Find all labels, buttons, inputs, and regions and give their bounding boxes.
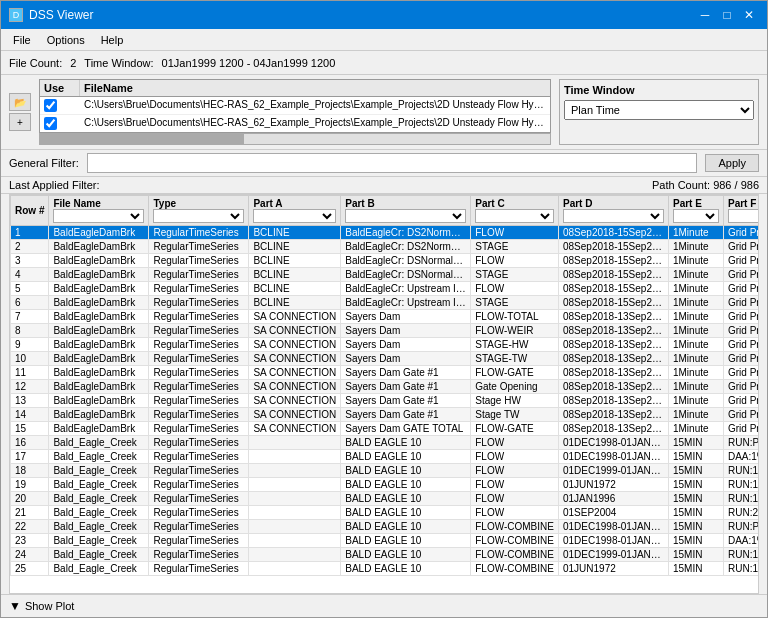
title-bar: D DSS Viewer ─ □ ✕	[1, 1, 767, 29]
table-row[interactable]: 18Bald_Eagle_CreekRegularTimeSeriesBALD …	[11, 464, 760, 478]
general-filter-label: General Filter:	[9, 157, 79, 169]
app-icon: D	[9, 8, 23, 22]
col-use: Use	[40, 80, 80, 96]
open-file-icon[interactable]: 📂	[9, 93, 31, 111]
th-partb: Part B	[341, 196, 471, 226]
menu-options[interactable]: Options	[39, 32, 93, 48]
window-controls: ─ □ ✕	[695, 5, 759, 25]
time-window-select[interactable]: Plan Time	[564, 100, 754, 120]
data-table-container[interactable]: Row # File Name Type Part A Part B Part …	[9, 194, 759, 594]
table-row[interactable]: 1BaldEagleDamBrkRegularTimeSeriesBCLINEB…	[11, 226, 760, 240]
apply-button[interactable]: Apply	[705, 154, 759, 172]
menu-help[interactable]: Help	[93, 32, 132, 48]
toolbar: File Count: 2 Time Window: 01Jan1999 120…	[1, 51, 767, 75]
data-table: Row # File Name Type Part A Part B Part …	[10, 195, 759, 576]
time-window-label: Time Window:	[84, 57, 153, 69]
filter-bar: General Filter: Apply	[1, 150, 767, 177]
file-name-2: C:\Users\Brue\Documents\HEC-RAS_62_Examp…	[80, 115, 550, 132]
file-row-2: C:\Users\Brue\Documents\HEC-RAS_62_Examp…	[40, 115, 550, 132]
table-row[interactable]: 24Bald_Eagle_CreekRegularTimeSeriesBALD …	[11, 548, 760, 562]
table-row[interactable]: 25Bald_Eagle_CreekRegularTimeSeriesBALD …	[11, 562, 760, 576]
file-use-cell-1	[40, 97, 80, 114]
table-body: 1BaldEagleDamBrkRegularTimeSeriesBCLINEB…	[11, 226, 760, 576]
file-use-checkbox-1[interactable]	[44, 99, 57, 112]
file-icon-col: 📂 +	[9, 79, 31, 145]
show-plot-label: Show Plot	[25, 600, 75, 612]
th-partf-filter[interactable]	[728, 209, 759, 223]
col-filename: FileName	[80, 80, 550, 96]
th-parte-filter[interactable]	[673, 209, 719, 223]
th-partc: Part C	[471, 196, 559, 226]
path-count-label-text: Path Count:	[652, 179, 710, 191]
minimize-button[interactable]: ─	[695, 5, 715, 25]
table-row[interactable]: 12BaldEagleDamBrkRegularTimeSeriesSA CON…	[11, 380, 760, 394]
th-partd-filter[interactable]	[563, 209, 664, 223]
table-row[interactable]: 14BaldEagleDamBrkRegularTimeSeriesSA CON…	[11, 408, 760, 422]
table-row[interactable]: 21Bald_Eagle_CreekRegularTimeSeriesBALD …	[11, 506, 760, 520]
time-window-panel-label: Time Window	[564, 84, 754, 96]
th-parta: Part A	[249, 196, 341, 226]
maximize-button[interactable]: □	[717, 5, 737, 25]
last-applied-filter-label: Last Applied Filter:	[9, 179, 100, 191]
file-table-header: Use FileName	[39, 79, 551, 96]
time-window-value: 01Jan1999 1200 - 04Jan1999 1200	[162, 57, 336, 69]
table-row[interactable]: 20Bald_Eagle_CreekRegularTimeSeriesBALD …	[11, 492, 760, 506]
table-row[interactable]: 3BaldEagleDamBrkRegularTimeSeriesBCLINEB…	[11, 254, 760, 268]
close-button[interactable]: ✕	[739, 5, 759, 25]
th-type: Type	[149, 196, 249, 226]
table-row[interactable]: 10BaldEagleDamBrkRegularTimeSeriesSA CON…	[11, 352, 760, 366]
table-header: Row # File Name Type Part A Part B Part …	[11, 196, 760, 226]
table-row[interactable]: 5BaldEagleDamBrkRegularTimeSeriesBCLINEB…	[11, 282, 760, 296]
th-partb-filter[interactable]	[345, 209, 466, 223]
table-row[interactable]: 4BaldEagleDamBrkRegularTimeSeriesBCLINEB…	[11, 268, 760, 282]
table-row[interactable]: 22Bald_Eagle_CreekRegularTimeSeriesBALD …	[11, 520, 760, 534]
table-row[interactable]: 16Bald_Eagle_CreekRegularTimeSeriesBALD …	[11, 436, 760, 450]
table-row[interactable]: 6BaldEagleDamBrkRegularTimeSeriesBCLINEB…	[11, 296, 760, 310]
th-partc-filter[interactable]	[475, 209, 554, 223]
menu-file[interactable]: File	[5, 32, 39, 48]
file-scrollbar-h[interactable]	[39, 133, 551, 145]
th-partf: Part F	[723, 196, 759, 226]
window-title: DSS Viewer	[29, 8, 93, 22]
file-row-1: C:\Users\Brue\Documents\HEC-RAS_62_Examp…	[40, 97, 550, 115]
file-name-1: C:\Users\Brue\Documents\HEC-RAS_62_Examp…	[80, 97, 550, 114]
table-row[interactable]: 2BaldEagleDamBrkRegularTimeSeriesBCLINEB…	[11, 240, 760, 254]
path-count-value: Path Count: 986 / 986	[652, 179, 759, 191]
path-count-number: 986 / 986	[713, 179, 759, 191]
th-parta-filter[interactable]	[253, 209, 336, 223]
filter-input[interactable]	[87, 153, 698, 173]
th-parte: Part E	[668, 196, 723, 226]
file-use-cell-2	[40, 115, 80, 132]
file-count-value: 2	[70, 57, 76, 69]
table-row[interactable]: 7BaldEagleDamBrkRegularTimeSeriesSA CONN…	[11, 310, 760, 324]
th-filename-filter[interactable]	[53, 209, 144, 223]
add-file-icon[interactable]: +	[9, 113, 31, 131]
menu-bar: File Options Help	[1, 29, 767, 51]
table-row[interactable]: 17Bald_Eagle_CreekRegularTimeSeriesBALD …	[11, 450, 760, 464]
file-use-checkbox-2[interactable]	[44, 117, 57, 130]
table-row[interactable]: 23Bald_Eagle_CreekRegularTimeSeriesBALD …	[11, 534, 760, 548]
table-row[interactable]: 11BaldEagleDamBrkRegularTimeSeriesSA CON…	[11, 366, 760, 380]
table-row[interactable]: 9BaldEagleDamBrkRegularTimeSeriesSA CONN…	[11, 338, 760, 352]
file-list: Use FileName C:\Users\Brue\Documents\HEC…	[39, 79, 551, 145]
file-count-label: File Count:	[9, 57, 62, 69]
table-row[interactable]: 13BaldEagleDamBrkRegularTimeSeriesSA CON…	[11, 394, 760, 408]
main-window: D DSS Viewer ─ □ ✕ File Options Help Fil…	[0, 0, 768, 618]
table-row[interactable]: 8BaldEagleDamBrkRegularTimeSeriesSA CONN…	[11, 324, 760, 338]
time-window-panel: Time Window Plan Time	[559, 79, 759, 145]
table-row[interactable]: 15BaldEagleDamBrkRegularTimeSeriesSA CON…	[11, 422, 760, 436]
file-rows: C:\Users\Brue\Documents\HEC-RAS_62_Examp…	[39, 96, 551, 133]
th-row: Row #	[11, 196, 49, 226]
file-panel: 📂 + Use FileName C:\Users\Brue\Documents…	[1, 75, 767, 150]
show-plot-bar[interactable]: ▼ Show Plot	[1, 594, 767, 617]
th-filename: File Name	[49, 196, 149, 226]
show-plot-icon: ▼	[9, 599, 21, 613]
th-partd: Part D	[558, 196, 668, 226]
path-count-bar: Last Applied Filter: Path Count: 986 / 9…	[1, 177, 767, 194]
th-type-filter[interactable]	[153, 209, 244, 223]
table-row[interactable]: 19Bald_Eagle_CreekRegularTimeSeriesBALD …	[11, 478, 760, 492]
